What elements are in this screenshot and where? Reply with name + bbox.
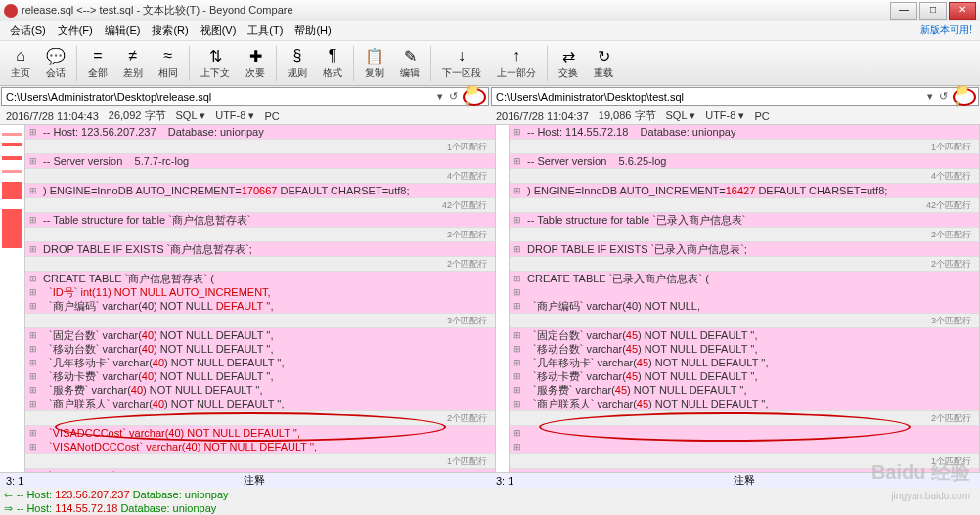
tbtn-上一部分[interactable]: ↑上一部分: [490, 43, 543, 83]
code-line[interactable]: ⊞ `移动卡费` varchar(45) NOT NULL DEFAULT ''…: [510, 369, 979, 383]
tbtn-相同[interactable]: ≈相同: [152, 43, 185, 83]
code-line[interactable]: ⊞) ENGINE=InnoDB AUTO_INCREMENT=170667 D…: [25, 184, 495, 197]
code-line[interactable]: ⊞-- Host: 114.55.72.18 Database: unionpa…: [510, 125, 979, 139]
code-line[interactable]: ⊞-- Server version 5.6.25-log: [510, 154, 979, 168]
code-line[interactable]: ⊞-- Server version 5.7.7-rc-log: [25, 154, 495, 168]
code-line[interactable]: ⊞ `VISADCCCost` varchar(40) NOT NULL DEF…: [25, 426, 495, 440]
menu-工具(T)[interactable]: 工具(T): [242, 23, 289, 38]
left-path-input[interactable]: [2, 91, 434, 103]
code-line[interactable]: 1个匹配行: [510, 453, 979, 469]
left-thumbnail[interactable]: [0, 125, 25, 472]
minimize-button[interactable]: —: [890, 2, 917, 20]
code-line[interactable]: 4个匹配行: [510, 168, 979, 184]
code-line[interactable]: 2个匹配行: [25, 256, 495, 272]
right-encoding[interactable]: UTF-8 ▾: [705, 109, 744, 122]
code-line[interactable]: ⊞ `固定台数` varchar(45) NOT NULL DEFAULT ''…: [510, 328, 979, 342]
code-line[interactable]: ⊞: [510, 469, 979, 472]
left-lang[interactable]: SQL ▾: [176, 109, 206, 122]
code-line[interactable]: ⊞: [510, 440, 979, 453]
code-line[interactable]: 42个匹配行: [510, 197, 979, 213]
tbtn-次要[interactable]: ✚次要: [239, 43, 272, 83]
tbtn-复制[interactable]: 📋复制: [358, 43, 391, 83]
code-line[interactable]: ⊞DROP TABLE IF EXISTS `商户信息暂存表`;: [25, 242, 495, 256]
diff-area: ⊞-- Host: 123.56.207.237 Database: union…: [0, 125, 980, 472]
menu-会话(S)[interactable]: 会话(S): [4, 23, 52, 38]
code-line[interactable]: ⊞ `几年移动卡` varchar(40) NOT NULL DEFAULT '…: [25, 356, 495, 369]
footer-line: ⇐-- Host: 123.56.207.237 Database: union…: [0, 488, 980, 501]
toolbar-label: 下一区段: [442, 66, 481, 80]
tbtn-编辑[interactable]: ✎编辑: [393, 43, 426, 83]
toolbar-icon: ¶: [323, 46, 342, 65]
code-line[interactable]: ⊞) ENGINE=InnoDB AUTO_INCREMENT=16427 DE…: [510, 184, 979, 197]
code-line[interactable]: ⊞ `移动卡费` varchar(40) NOT NULL DEFAULT ''…: [25, 369, 495, 383]
tbtn-差别[interactable]: ≠差别: [116, 43, 150, 83]
tbtn-全部[interactable]: =全部: [81, 43, 114, 83]
left-encoding[interactable]: UTF-8 ▾: [215, 109, 254, 122]
folder-icon[interactable]: 📁▾: [955, 83, 974, 110]
tbtn-下一区段[interactable]: ↓下一区段: [435, 43, 488, 83]
code-line[interactable]: ⊞DROP TABLE IF EXISTS `已录入商户信息表`;: [510, 242, 979, 256]
code-line[interactable]: ⊞ `移动台数` varchar(45) NOT NULL DEFAULT ''…: [510, 342, 979, 356]
tbtn-会话[interactable]: 💬会话: [39, 43, 72, 83]
code-line[interactable]: ⊞CREATE TABLE `已录入商户信息表` (: [510, 272, 979, 285]
code-line[interactable]: ⊞CREATE TABLE `商户信息暂存表` (: [25, 272, 495, 285]
code-line[interactable]: ⊞: [510, 285, 979, 299]
left-path-dropdown[interactable]: ▾: [434, 90, 446, 103]
code-line[interactable]: ⊞ `固定台数` varchar(40) NOT NULL DEFAULT ''…: [25, 328, 495, 342]
toolbar-icon: ↑: [507, 46, 526, 65]
tbtn-重载[interactable]: ↻重载: [587, 43, 620, 83]
code-line[interactable]: ⊞-- Table structure for table `商户信息暂存表`: [25, 213, 495, 227]
left-code[interactable]: ⊞-- Host: 123.56.207.237 Database: union…: [25, 125, 495, 472]
code-line[interactable]: 2个匹配行: [25, 410, 495, 426]
menu-搜索(R)[interactable]: 搜索(R): [146, 23, 194, 38]
menu-文件(F)[interactable]: 文件(F): [52, 23, 99, 38]
menu-视图(V)[interactable]: 视图(V): [195, 23, 243, 38]
code-line[interactable]: 1个匹配行: [510, 139, 979, 154]
right-lang[interactable]: SQL ▾: [666, 109, 696, 122]
code-line[interactable]: ⊞ `商户编码` varchar(40) NOT NULL DEFAULT ''…: [25, 299, 495, 313]
right-path-input[interactable]: [492, 91, 924, 103]
code-line[interactable]: ⊞ `AEDCCCost` varchar(40) NOT NULL DEFAU…: [25, 469, 495, 472]
code-line[interactable]: ⊞ `服务费` varchar(45) NOT NULL DEFAULT '',: [510, 383, 979, 397]
new-version-link[interactable]: 新版本可用!: [920, 23, 972, 37]
right-path-dropdown[interactable]: ▾: [924, 90, 936, 103]
code-line[interactable]: 2个匹配行: [510, 410, 979, 426]
tbtn-格式[interactable]: ¶格式: [316, 43, 349, 83]
menu-帮助(H)[interactable]: 帮助(H): [289, 23, 336, 38]
code-line[interactable]: 1个匹配行: [25, 139, 495, 154]
maximize-button[interactable]: □: [919, 2, 947, 20]
code-line[interactable]: ⊞ `商户联系人` varchar(40) NOT NULL DEFAULT '…: [25, 397, 495, 410]
code-line[interactable]: ⊞-- Table structure for table `已录入商户信息表`: [510, 213, 979, 227]
menu-bar: 会话(S)文件(F)编辑(E)搜索(R)视图(V)工具(T)帮助(H): [0, 21, 980, 41]
folder-icon[interactable]: 📁▾: [465, 83, 484, 110]
code-line[interactable]: ⊞ `几年移动卡` varchar(45) NOT NULL DEFAULT '…: [510, 356, 979, 369]
code-line[interactable]: ⊞ `ID号` int(11) NOT NULL AUTO_INCREMENT,: [25, 285, 495, 299]
code-line[interactable]: ⊞ `商户联系人` varchar(45) NOT NULL DEFAULT '…: [510, 397, 979, 410]
code-line[interactable]: ⊞ `服务费` varchar(40) NOT NULL DEFAULT '',: [25, 383, 495, 397]
code-line[interactable]: ⊞-- Host: 123.56.207.237 Database: union…: [25, 125, 495, 139]
code-line[interactable]: 3个匹配行: [510, 313, 979, 328]
code-line[interactable]: 42个匹配行: [25, 197, 495, 213]
code-line[interactable]: ⊞: [510, 426, 979, 440]
left-eol[interactable]: PC: [264, 110, 279, 122]
code-line[interactable]: 2个匹配行: [510, 256, 979, 272]
code-line[interactable]: 4个匹配行: [25, 168, 495, 184]
right-code[interactable]: ⊞-- Host: 114.55.72.18 Database: unionpa…: [510, 125, 979, 472]
left-history-icon[interactable]: ↺: [446, 90, 461, 103]
code-line[interactable]: 1个匹配行: [25, 453, 495, 469]
tbtn-主页[interactable]: ⌂主页: [4, 43, 37, 83]
tbtn-规则[interactable]: §规则: [281, 43, 314, 83]
tbtn-上下文[interactable]: ⇅上下文: [194, 43, 237, 83]
right-eol[interactable]: PC: [754, 110, 769, 122]
code-line[interactable]: ⊞ `移动台数` varchar(40) NOT NULL DEFAULT ''…: [25, 342, 495, 356]
right-history-icon[interactable]: ↺: [936, 90, 951, 103]
code-line[interactable]: 3个匹配行: [25, 313, 495, 328]
menu-编辑(E)[interactable]: 编辑(E): [99, 23, 147, 38]
code-line[interactable]: 2个匹配行: [510, 227, 979, 242]
code-line[interactable]: ⊞ `VISANotDCCCost` varchar(40) NOT NULL …: [25, 440, 495, 453]
close-button[interactable]: ✕: [949, 2, 976, 20]
code-line[interactable]: ⊞ `商户编码` varchar(40) NOT NULL,: [510, 299, 979, 313]
right-date: 2016/7/28 11:04:37: [496, 110, 589, 122]
tbtn-交换[interactable]: ⇄交换: [552, 43, 585, 83]
code-line[interactable]: 2个匹配行: [25, 227, 495, 242]
